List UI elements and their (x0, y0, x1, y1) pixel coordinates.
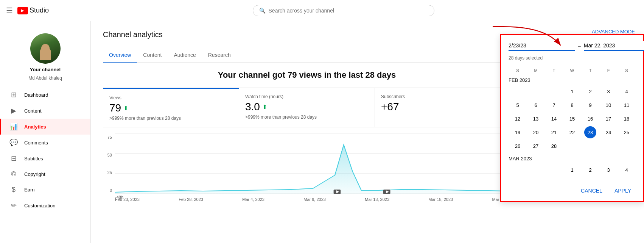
cal-day[interactable]: 24 (602, 126, 614, 138)
x-label-2: Mar 4, 2023 (242, 197, 264, 202)
cal-day[interactable]: 26 (512, 140, 524, 152)
search-icon: 🔍 (259, 8, 266, 14)
sidebar-item-label: Content (24, 108, 42, 114)
cal-day[interactable]: 20 (530, 126, 542, 138)
svg-marker-4 (115, 145, 511, 194)
dow-headers: S M T W T F S (509, 67, 636, 74)
search-bar[interactable]: 🔍 (253, 5, 434, 16)
cal-day[interactable]: 2 (584, 85, 596, 97)
sidebar-item-comments[interactable]: 💬 Comments (0, 135, 90, 151)
hamburger-menu[interactable]: ☰ (6, 6, 13, 15)
tab-content[interactable]: Content (137, 48, 168, 63)
stat-card-watchtime[interactable]: Watch time (hours) 3.0 ⬆ >999% more than… (239, 88, 375, 127)
stat-value-subscribers: +67 (381, 101, 504, 113)
sidebar-item-analytics[interactable]: 📊 Analytics (0, 119, 90, 135)
cal-day[interactable]: 19 (512, 126, 524, 138)
date-start-input[interactable] (509, 41, 575, 51)
apply-button[interactable]: APPLY (610, 185, 636, 197)
cal-day[interactable]: 22 (566, 126, 578, 138)
main-content: Channel analytics Overview Content Audie… (91, 21, 523, 243)
tab-overview[interactable]: Overview (103, 48, 137, 63)
sidebar-item-dashboard[interactable]: ⊞ Dashboard (0, 87, 90, 103)
cal-day[interactable]: 15 (566, 113, 578, 125)
stat-card-subscribers[interactable]: Subscribers +67 (375, 88, 510, 127)
stats-row: Views 79 ⬆ >999% more than previous 28 d… (103, 88, 511, 127)
cal-day[interactable]: 14 (548, 113, 560, 125)
subtitles-icon: ⊟ (9, 154, 18, 163)
calendar: S M T W T F S FEB 2023 1 2 3 4 5 6 7 8 9… (501, 64, 643, 180)
cal-day[interactable]: 17 (602, 113, 614, 125)
cal-day[interactable]: 1 (566, 164, 578, 176)
stat-card-views[interactable]: Views 79 ⬆ >999% more than previous 28 d… (103, 88, 239, 127)
chart-x-labels: Feb 23, 2023 Feb 28, 2023 Mar 4, 2023 Ma… (115, 197, 511, 202)
youtube-icon (17, 7, 28, 14)
dashboard-icon: ⊞ (9, 91, 18, 99)
cal-day[interactable]: 18 (621, 113, 633, 125)
sidebar-item-label: Customization (24, 203, 55, 209)
date-picker-footer: CANCEL APPLY (501, 180, 643, 201)
cal-day[interactable]: 27 (530, 140, 542, 152)
date-separator: – (578, 43, 581, 49)
date-end-input[interactable] (584, 41, 644, 51)
search-input[interactable] (269, 8, 428, 14)
cal-day[interactable]: 7 (548, 99, 560, 111)
line-chart (115, 133, 511, 194)
x-label-5: Mar 18, 2023 (428, 197, 453, 202)
tab-research[interactable]: Research (202, 48, 237, 63)
sidebar-item-label: Earn (24, 187, 34, 193)
stat-label-views: Views (109, 95, 233, 100)
topbar-left: ☰ Studio (6, 6, 49, 15)
cal-day[interactable]: 4 (621, 85, 633, 97)
cal-day[interactable]: 13 (530, 113, 542, 125)
stat-label-watchtime: Watch time (hours) (245, 94, 369, 99)
cal-day[interactable]: 10 (602, 99, 614, 111)
studio-label: Studio (30, 6, 49, 14)
sidebar-item-label: Comments (24, 140, 48, 146)
cal-day[interactable]: 9 (584, 99, 596, 111)
tab-audience[interactable]: Audience (168, 48, 202, 63)
channel-info: Your channel Md Abdul khaleq (0, 27, 90, 87)
cal-day[interactable]: 6 (530, 99, 542, 111)
youtube-studio-logo: Studio (17, 6, 49, 14)
x-label-4: Mar 13, 2023 (365, 197, 389, 202)
x-label-1: Feb 28, 2023 (179, 197, 203, 202)
sidebar-item-copyright[interactable]: © Copyright (0, 166, 90, 182)
up-arrow-views: ⬆ (123, 105, 128, 112)
cal-day[interactable]: 11 (621, 99, 633, 111)
cancel-button[interactable]: CANCEL (576, 185, 607, 197)
cal-day[interactable]: 3 (602, 85, 614, 97)
x-label-0: Feb 23, 2023 (115, 197, 140, 202)
sidebar-item-customization[interactable]: ✏ Customization (0, 198, 90, 213)
chart-headline: Your channel got 79 views in the last 28… (103, 70, 511, 80)
sidebar-item-subtitles[interactable]: ⊟ Subtitles (0, 151, 90, 166)
earn-icon: $ (9, 186, 18, 194)
stat-value-views: 79 ⬆ (109, 102, 233, 114)
chart-area: Feb 23, 2023 Feb 28, 2023 Mar 4, 2023 Ma… (115, 133, 511, 194)
topbar: ☰ Studio 🔍 (0, 0, 644, 21)
cal-day[interactable]: 5 (512, 99, 524, 111)
cal-day[interactable]: 1 (566, 85, 578, 97)
feb-2023-grid: 1 2 3 4 5 6 7 8 9 10 11 12 13 14 15 16 1… (509, 85, 636, 153)
content-icon: ▶ (9, 107, 18, 115)
cal-day[interactable]: 16 (584, 113, 596, 125)
cal-day[interactable]: 28 (548, 140, 560, 152)
month-feb-2023: FEB 2023 (509, 74, 636, 85)
cal-day[interactable]: 4 (621, 164, 633, 176)
sidebar-item-content[interactable]: ▶ Content (0, 103, 90, 119)
cal-day[interactable]: 25 (621, 126, 633, 138)
cal-day[interactable]: 3 (602, 164, 614, 176)
cal-day[interactable]: 21 (548, 126, 560, 138)
days-selected: 28 days selected (501, 54, 643, 64)
cal-day[interactable]: 8 (566, 99, 578, 111)
cal-day-selected[interactable]: 23 (584, 126, 596, 138)
stat-value-watchtime: 3.0 ⬆ (245, 101, 369, 113)
up-arrow-watchtime: ⬆ (262, 103, 267, 111)
channel-name: Your channel (30, 67, 61, 72)
sidebar-item-earn[interactable]: $ Earn (0, 182, 90, 198)
stat-change-watchtime: >999% more than previous 28 days (245, 114, 369, 120)
date-picker-header: – (501, 35, 643, 54)
stat-change-views: >999% more than previous 28 days (109, 116, 233, 121)
cal-day[interactable]: 2 (584, 164, 596, 176)
sidebar-item-label: Dashboard (24, 92, 48, 98)
cal-day[interactable]: 12 (512, 113, 524, 125)
